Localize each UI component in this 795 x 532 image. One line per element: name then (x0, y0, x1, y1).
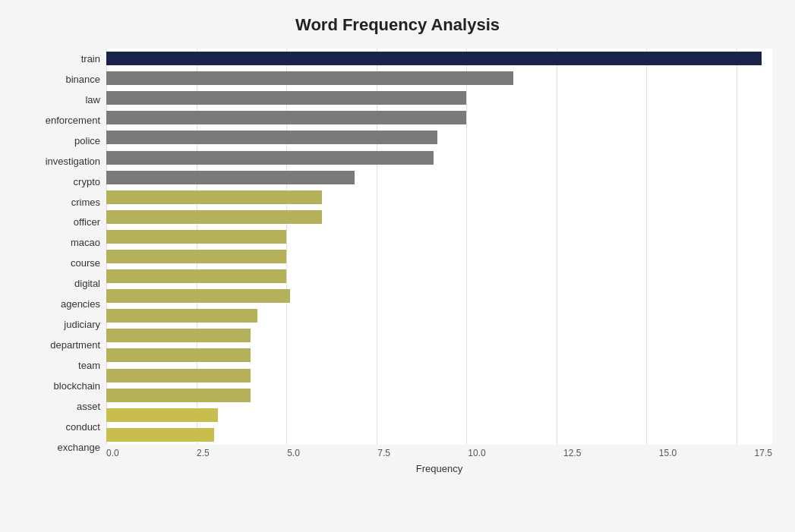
bar (106, 329, 251, 342)
y-label: law (85, 95, 100, 105)
y-label: asset (77, 401, 100, 411)
y-label: police (74, 136, 100, 146)
bar-row (106, 69, 772, 87)
bar (106, 190, 322, 204)
bar-row (106, 367, 772, 385)
bar-row (106, 267, 772, 285)
x-tick: 2.5 (197, 448, 210, 458)
y-label: course (71, 258, 100, 268)
bar (106, 250, 286, 263)
chart-container: Word Frequency Analysis trainbinancelawe… (0, 0, 795, 532)
bar (106, 111, 466, 124)
bar-row (106, 307, 772, 325)
bar (106, 52, 762, 65)
y-label: binance (65, 74, 100, 84)
bar-row (106, 247, 772, 266)
y-label: digital (74, 279, 100, 288)
bar-row (106, 326, 772, 345)
bar-row (106, 188, 772, 206)
y-label: conduct (65, 422, 100, 432)
x-axis-label: Frequency (106, 463, 772, 474)
bar (106, 71, 513, 85)
y-labels: trainbinancelawenforcementpoliceinvestig… (23, 49, 106, 474)
y-label: team (78, 360, 100, 370)
x-tick: 10.0 (468, 448, 485, 458)
bar-row (106, 149, 772, 167)
x-axis: 0.02.55.07.510.012.515.017.5 (106, 445, 772, 458)
y-label: agencies (61, 299, 100, 309)
bar (106, 91, 466, 105)
x-tick: 12.5 (563, 448, 581, 458)
bar (106, 210, 322, 224)
y-label: blockchain (54, 381, 100, 391)
bar (106, 369, 251, 382)
bars-and-x: 0.02.55.07.510.012.515.017.5 Frequency (106, 49, 772, 474)
bars-wrapper (106, 49, 772, 445)
bar (106, 408, 218, 422)
bar-row (106, 287, 772, 305)
bar (106, 389, 251, 402)
x-tick: 0.0 (106, 448, 119, 458)
bar-row (106, 89, 772, 107)
bar (106, 348, 251, 362)
x-tick: 17.5 (755, 448, 772, 458)
y-label: crypto (74, 177, 100, 187)
bar (106, 428, 214, 442)
bar (106, 309, 257, 323)
bar-row (106, 346, 772, 364)
y-label: officer (74, 217, 100, 227)
bar (106, 131, 437, 144)
bar-row (106, 228, 772, 246)
bar-row (106, 208, 772, 226)
bar-row (106, 128, 772, 146)
y-label: train (81, 54, 100, 64)
y-label: exchange (58, 442, 100, 452)
bar-row (106, 426, 772, 444)
bar (106, 151, 434, 165)
x-tick: 5.0 (287, 448, 300, 458)
chart-area: trainbinancelawenforcementpoliceinvestig… (23, 49, 772, 474)
chart-title: Word Frequency Analysis (23, 15, 772, 35)
bar-row (106, 168, 772, 187)
x-tick: 15.0 (659, 448, 677, 458)
bar-row (106, 386, 772, 405)
y-label: judiciary (64, 320, 100, 329)
y-label: department (50, 340, 100, 350)
y-label: enforcement (46, 115, 100, 125)
y-label: investigation (46, 156, 100, 166)
bar (106, 269, 286, 283)
y-label: crimes (71, 197, 100, 207)
x-tick: 7.5 (377, 448, 390, 458)
bar (106, 230, 286, 244)
y-label: macao (71, 238, 100, 247)
bar-row (106, 109, 772, 127)
bar-row (106, 406, 772, 424)
bar-row (106, 49, 772, 68)
bar (106, 289, 290, 303)
bar (106, 171, 355, 184)
